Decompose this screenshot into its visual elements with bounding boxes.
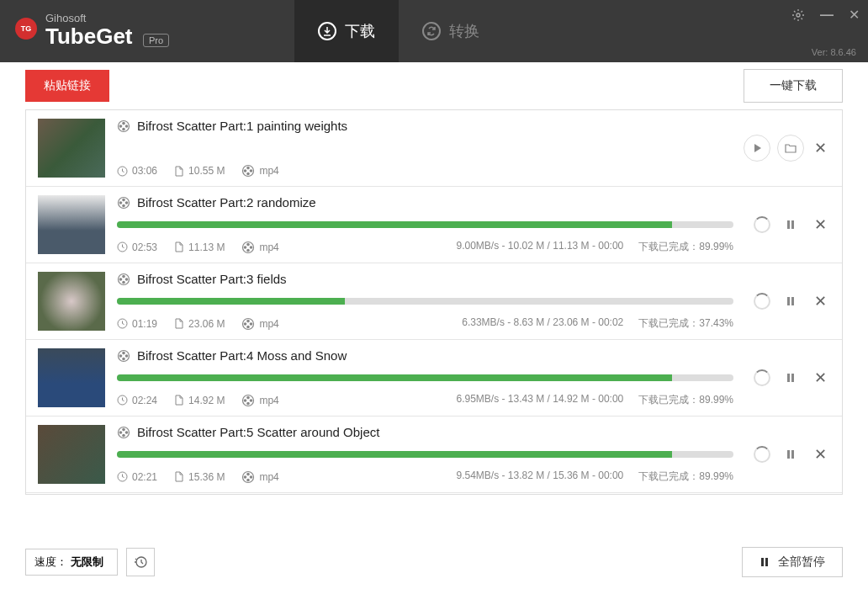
svg-point-52 — [123, 428, 124, 430]
video-thumbnail — [38, 425, 105, 484]
brand-big: TubeGet — [45, 24, 133, 49]
download-item[interactable]: Bifrost Scatter Part:3 fields 01:19 23.0… — [26, 263, 842, 340]
svg-point-29 — [125, 278, 127, 279]
loading-spinner-icon — [754, 369, 770, 386]
svg-point-45 — [247, 396, 249, 398]
svg-point-19 — [247, 243, 249, 245]
svg-point-54 — [119, 431, 121, 432]
svg-rect-49 — [787, 374, 790, 382]
svg-point-5 — [125, 125, 127, 126]
download-item[interactable]: Bifrost Scatter Part:5 Scatter around Ob… — [26, 417, 842, 493]
svg-point-16 — [125, 201, 127, 203]
svg-rect-36 — [787, 297, 790, 305]
svg-point-40 — [123, 358, 124, 359]
progress-bar — [117, 298, 733, 305]
onekey-download-button[interactable]: 一键下载 — [744, 69, 843, 103]
download-item[interactable]: Bifrost Scatter Part:4 Moss and Snow 02:… — [26, 340, 842, 417]
progress-bar — [117, 221, 733, 228]
download-item[interactable]: Bifrost Scatter Part:1 painting weights … — [26, 110, 842, 187]
svg-point-61 — [251, 475, 252, 477]
svg-rect-37 — [791, 297, 794, 305]
item-actions: ✕ — [754, 195, 830, 254]
remove-button[interactable]: ✕ — [811, 445, 830, 464]
svg-point-2 — [123, 122, 124, 124]
settings-icon[interactable] — [791, 8, 805, 22]
svg-point-11 — [251, 170, 252, 172]
pro-badge: Pro — [143, 34, 169, 47]
remove-button[interactable]: ✕ — [811, 139, 830, 157]
version-label: Ver: 8.6.46 — [812, 47, 856, 57]
history-button[interactable] — [126, 548, 155, 576]
item-actions: ✕ — [754, 425, 830, 484]
play-button[interactable] — [744, 135, 770, 162]
close-icon[interactable]: ✕ — [849, 7, 860, 23]
svg-point-3 — [123, 128, 124, 130]
pause-button[interactable] — [777, 364, 804, 391]
film-icon — [117, 196, 130, 210]
svg-rect-23 — [787, 220, 790, 229]
svg-point-48 — [251, 399, 252, 401]
pause-all-label: 全部暂停 — [778, 555, 825, 570]
video-title: Bifrost Scatter Part:1 painting weights — [137, 119, 347, 133]
toolbar: 粘贴链接 一键下载 — [0, 62, 868, 109]
film-icon — [117, 273, 130, 286]
svg-point-10 — [245, 170, 246, 172]
svg-point-8 — [247, 167, 249, 168]
duration: 02:24 — [117, 395, 157, 406]
svg-rect-50 — [791, 374, 794, 382]
speed-text: 9.54MB/s - 13.82 M / 15.36 M - 00:00 — [457, 470, 624, 484]
pause-button[interactable] — [777, 211, 804, 238]
svg-point-35 — [251, 322, 252, 324]
paste-link-button[interactable]: 粘贴链接 — [25, 70, 109, 102]
tab-download-label: 下载 — [345, 21, 375, 41]
loading-spinner-icon — [754, 446, 770, 463]
film-icon — [117, 349, 130, 363]
duration: 03:06 — [117, 165, 157, 177]
speed-limit-combo[interactable]: 速度： 无限制 — [25, 549, 118, 576]
video-thumbnail — [38, 119, 105, 178]
film-icon — [117, 426, 130, 439]
loading-spinner-icon — [754, 216, 770, 233]
logo-area: TG Gihosoft TubeGet Pro — [0, 13, 169, 50]
svg-rect-63 — [791, 450, 794, 459]
svg-point-41 — [119, 354, 121, 356]
svg-point-39 — [123, 352, 124, 353]
main-tabs: 下载 转换 — [294, 0, 503, 62]
video-thumbnail — [38, 195, 105, 254]
open-folder-button[interactable] — [777, 135, 804, 162]
svg-point-22 — [251, 246, 252, 247]
svg-rect-66 — [765, 558, 768, 566]
pause-all-button[interactable]: 全部暂停 — [742, 547, 843, 577]
download-list[interactable]: Bifrost Scatter Part:1 painting weights … — [25, 109, 843, 495]
pause-icon — [760, 557, 770, 567]
pause-button[interactable] — [777, 441, 804, 468]
svg-point-9 — [247, 172, 249, 174]
format: mp4 — [241, 394, 278, 407]
remove-button[interactable]: ✕ — [811, 369, 830, 387]
svg-point-59 — [247, 479, 249, 480]
duration: 01:19 — [117, 318, 157, 330]
titlebar: TG Gihosoft TubeGet Pro 下载 转换 — ✕ — [0, 0, 868, 62]
video-title: Bifrost Scatter Part:3 fields — [137, 272, 287, 286]
svg-point-0 — [797, 13, 800, 17]
video-title: Bifrost Scatter Part:4 Moss and Snow — [137, 348, 347, 363]
video-title: Bifrost Scatter Part:5 Scatter around Ob… — [137, 425, 379, 439]
svg-point-26 — [123, 275, 124, 277]
file-size: 11.13 M — [174, 241, 225, 253]
minimize-icon[interactable]: — — [820, 8, 834, 23]
convert-icon — [422, 22, 441, 40]
tab-convert[interactable]: 转换 — [399, 0, 503, 62]
footer: 速度： 无限制 全部暂停 — [25, 547, 843, 577]
remove-button[interactable]: ✕ — [811, 292, 830, 310]
format: mp4 — [241, 470, 278, 484]
svg-rect-65 — [761, 558, 764, 566]
download-item[interactable]: Bifrost Scatter Part:2 randomize 02:53 1… — [26, 187, 842, 263]
svg-point-20 — [247, 249, 249, 251]
download-icon — [318, 22, 336, 40]
tab-download[interactable]: 下载 — [294, 0, 399, 62]
speed-text: 9.00MB/s - 10.02 M / 11.13 M - 00:00 — [457, 240, 624, 254]
remove-button[interactable]: ✕ — [811, 215, 830, 234]
speed-text: 6.33MB/s - 8.63 M / 23.06 M - 00:02 — [462, 316, 623, 331]
duration: 02:53 — [117, 241, 157, 253]
pause-button[interactable] — [777, 288, 804, 315]
